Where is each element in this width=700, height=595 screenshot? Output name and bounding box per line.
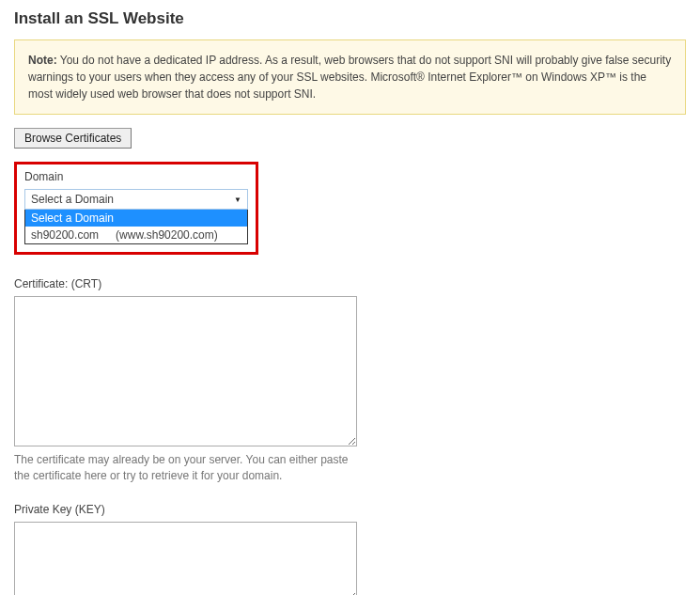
private-key-label: Private Key (KEY) — [14, 503, 686, 516]
page-title: Install an SSL Website — [14, 9, 686, 28]
domain-label: Domain — [24, 170, 248, 183]
domain-select[interactable]: Select a Domain — [24, 189, 248, 210]
private-key-textarea[interactable] — [14, 522, 357, 595]
certificate-section: Certificate: (CRT) The certificate may a… — [14, 277, 686, 484]
private-key-section: Private Key (KEY) — [14, 503, 686, 595]
domain-option-alias: (www.sh90200.com) — [116, 228, 218, 242]
certificate-help-text: The certificate may already be on your s… — [14, 452, 357, 484]
domain-option-text: Select a Domain — [31, 211, 114, 225]
certificate-label: Certificate: (CRT) — [14, 277, 686, 290]
note-box: Note: You do not have a dedicated IP add… — [14, 39, 686, 115]
browse-certificates-button[interactable]: Browse Certificates — [14, 128, 132, 149]
certificate-textarea[interactable] — [14, 296, 357, 446]
domain-option[interactable]: Select a Domain — [25, 210, 247, 227]
domain-section: Domain Select a Domain Select a Domain s… — [14, 162, 258, 255]
note-label: Note: — [28, 54, 57, 67]
domain-dropdown-list: Select a Domain sh90200.com(www.sh90200.… — [24, 210, 248, 244]
domain-option[interactable]: sh90200.com(www.sh90200.com) — [25, 227, 247, 243]
note-text: You do not have a dedicated IP address. … — [28, 54, 671, 101]
domain-select-value: Select a Domain — [31, 193, 114, 206]
domain-option-text: sh90200.com — [31, 228, 99, 242]
